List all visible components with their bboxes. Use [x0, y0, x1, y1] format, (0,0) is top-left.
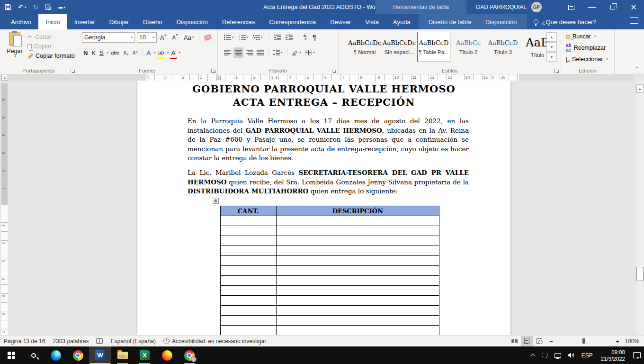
bold-button[interactable]: N	[82, 47, 89, 58]
table-cell-cant[interactable]	[221, 326, 277, 336]
table-column-marker[interactable]: ⋕	[275, 75, 277, 80]
italic-button[interactable]: K	[90, 47, 97, 58]
text-effects-dropdown[interactable]: ▾	[154, 51, 156, 55]
clock[interactable]: 09:08 21/9/2022	[596, 346, 630, 364]
style-card-sin-espaciado[interactable]: AaBbCcDcSin espaci...	[383, 32, 416, 62]
start-button[interactable]	[0, 346, 22, 364]
table-cell-descripcion[interactable]	[276, 276, 439, 286]
table-cell-descripcion[interactable]	[276, 286, 439, 296]
tab-revisar[interactable]: Revisar	[323, 14, 358, 29]
align-left-button[interactable]	[223, 47, 233, 58]
zoom-slider[interactable]	[561, 341, 608, 341]
font-family-combobox[interactable]: Georgia▾	[82, 32, 135, 43]
tab-selector[interactable]: L	[1, 74, 8, 81]
accessibility-status[interactable]: Accesibilidad: es necesario investigar	[160, 338, 270, 345]
underline-button[interactable]: S	[98, 47, 105, 58]
table-cell-descripcion[interactable]	[276, 236, 439, 246]
table-cell-cant[interactable]	[221, 276, 277, 286]
table-header-cant[interactable]: CANT.	[221, 206, 277, 216]
table-cell-cant[interactable]	[221, 286, 277, 296]
style-card-titulo-3[interactable]: AaBbCcDTítulo 3	[486, 32, 519, 62]
tab-disposicion-de-tabla[interactable]: Disposición	[478, 14, 524, 29]
zoom-slider-thumb[interactable]	[582, 338, 585, 344]
clear-formatting-button[interactable]	[203, 32, 213, 43]
decrease-indent-button[interactable]	[272, 32, 282, 43]
table-cell-descripcion[interactable]	[276, 266, 439, 276]
proofing-icon[interactable]	[92, 338, 107, 344]
tab-correspondencia[interactable]: Correspondencia	[262, 14, 323, 29]
document-heading-2[interactable]: ACTA ENTREGA – RECEPCIÓN	[137, 96, 510, 109]
table-cell-cant[interactable]	[221, 216, 277, 226]
tab-dibujar[interactable]: Dibujar	[102, 14, 136, 29]
page-indicator[interactable]: Página 13 de 16	[0, 338, 49, 345]
restore-icon[interactable]	[602, 0, 623, 14]
word-count[interactable]: 2303 palabras	[49, 338, 92, 345]
styles-gallery-more-icon[interactable]: ▼̲	[546, 52, 557, 62]
taskbar-word[interactable]: W	[89, 346, 111, 364]
highlight-dropdown[interactable]: ▾	[167, 51, 169, 55]
change-case-button[interactable]: Aa▾	[182, 32, 195, 43]
language-switcher[interactable]: ESP	[578, 346, 596, 364]
tab-vista[interactable]: Vista	[358, 14, 386, 29]
taskbar-chrome-profile[interactable]	[178, 346, 200, 364]
scrollbar-thumb[interactable]	[636, 267, 644, 281]
tab-diseno-de-tabla[interactable]: Diseño de tabla	[421, 14, 478, 29]
tab-disposicion[interactable]: Disposición	[169, 14, 215, 29]
find-button[interactable]: Buscar▾	[566, 33, 608, 40]
paragraph-dialog-launcher-icon[interactable]	[332, 69, 336, 73]
strikethrough-button[interactable]: abc	[109, 47, 121, 58]
table-cell-cant[interactable]	[221, 226, 277, 236]
table-cell-cant[interactable]	[221, 246, 277, 256]
tab-diseno[interactable]: Diseño	[136, 14, 169, 29]
style-card-normal[interactable]: AaBbCcDc¶ Normal	[348, 32, 381, 62]
font-size-combobox[interactable]: 10▾	[137, 32, 157, 43]
language-indicator[interactable]: Español (España)	[107, 338, 159, 345]
table-cell-descripcion[interactable]	[276, 296, 439, 306]
replace-button[interactable]: abacReemplazar	[566, 43, 608, 53]
show-paragraph-marks-button[interactable]: ¶	[311, 32, 318, 43]
document-heading-1[interactable]: GOBIERNO PARROQUIAL VALLE HERMOSO	[137, 82, 510, 96]
taskbar-firefox[interactable]	[156, 346, 178, 364]
superscript-button[interactable]: X²	[131, 47, 139, 58]
horizontal-ruler[interactable]: ⋕ ⋕ 432112345678910111213141516	[9, 74, 634, 81]
tab-ayuda[interactable]: Ayuda	[386, 14, 418, 29]
tab-inicio[interactable]: Inicio	[38, 14, 67, 29]
table-cell-descripcion[interactable]	[276, 306, 439, 316]
document-page[interactable]: GOBIERNO PARROQUIAL VALLE HERMOSO ACTA E…	[137, 81, 510, 335]
format-painter-button[interactable]: Copiar formato	[27, 53, 75, 59]
meet-now-icon[interactable]	[538, 346, 551, 364]
table-move-handle-icon[interactable]	[213, 198, 219, 204]
minimize-icon[interactable]: —	[581, 0, 602, 14]
tab-insertar[interactable]: Insertar	[67, 14, 102, 29]
shrink-font-button[interactable]: A▼	[171, 32, 180, 43]
table-cell-descripcion[interactable]	[276, 216, 439, 226]
print-layout-icon[interactable]	[521, 336, 533, 346]
table-cell-cant[interactable]	[221, 266, 277, 276]
tab-referencias[interactable]: Referencias	[215, 14, 262, 29]
text-effects-button[interactable]: A	[145, 47, 152, 58]
underline-dropdown[interactable]: ▾	[107, 51, 109, 55]
taskbar-file-explorer[interactable]	[111, 346, 134, 364]
table-header-descripcion[interactable]: DESCRIPCIÓN	[276, 206, 439, 216]
table-cell-cant[interactable]	[221, 306, 277, 316]
grow-font-button[interactable]: A▲	[159, 32, 169, 43]
table-cell-descripcion[interactable]	[276, 246, 439, 256]
table-cell-cant[interactable]	[221, 236, 277, 246]
numbering-button[interactable]: 123 ▾	[237, 32, 250, 43]
volume-icon[interactable]	[564, 346, 578, 364]
read-mode-icon[interactable]	[509, 336, 521, 346]
highlight-color-button[interactable]: ab	[157, 47, 165, 58]
font-color-dropdown[interactable]: ▾	[179, 51, 180, 55]
clipboard-dialog-launcher-icon[interactable]	[71, 69, 75, 73]
table-cell-descripcion[interactable]	[276, 316, 439, 326]
multilevel-list-button[interactable]: ▾	[251, 32, 264, 43]
table-cell-descripcion[interactable]	[276, 226, 439, 236]
bullets-button[interactable]: ▾	[223, 32, 235, 43]
tray-chevron-icon[interactable]	[528, 346, 538, 364]
table-cell-cant[interactable]	[221, 316, 277, 326]
table-cell-cant[interactable]	[221, 296, 277, 306]
increase-indent-button[interactable]	[284, 32, 294, 43]
justify-button[interactable]	[255, 47, 265, 58]
subscript-button[interactable]: X₂	[122, 47, 130, 58]
paragraph-1[interactable]: En la Parroquia Valle Hermoso a los 17 d…	[188, 117, 469, 163]
